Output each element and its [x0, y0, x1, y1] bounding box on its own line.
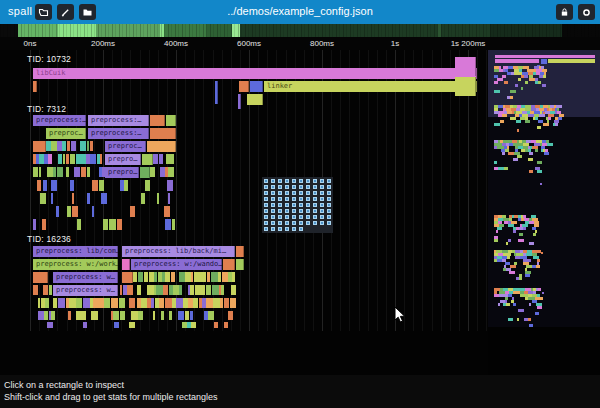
event-dot[interactable]: [264, 185, 268, 189]
flame-bar[interactable]: [145, 180, 150, 191]
event-dot[interactable]: [299, 191, 303, 195]
event-dot[interactable]: [292, 227, 296, 231]
event-dot[interactable]: [264, 227, 268, 231]
settings-button[interactable]: [578, 4, 595, 20]
flame-bar[interactable]: [42, 219, 46, 230]
flame-bar[interactable]: [104, 298, 110, 308]
flame-bar[interactable]: [92, 180, 98, 191]
flame-bar[interactable]: [232, 272, 235, 282]
event-dot[interactable]: [271, 179, 275, 183]
event-dot[interactable]: [285, 179, 289, 183]
event-dot[interactable]: [306, 221, 310, 225]
activity-overview-strip[interactable]: [0, 24, 600, 37]
flame-bar[interactable]: [33, 285, 38, 295]
flame-bar[interactable]: [48, 154, 53, 164]
event-dot[interactable]: [285, 209, 289, 213]
flame-bar[interactable]: [172, 219, 175, 230]
event-dot[interactable]: [320, 191, 324, 195]
event-dot[interactable]: [271, 215, 275, 219]
flame-bar[interactable]: [49, 285, 52, 295]
event-dot[interactable]: [327, 179, 331, 183]
event-dot[interactable]: [320, 179, 324, 183]
flame-bar[interactable]: [150, 115, 165, 126]
flame-bar[interactable]: [103, 219, 108, 230]
flame-bar[interactable]: [51, 180, 58, 191]
event-dot[interactable]: [271, 197, 275, 201]
flame-bar[interactable]: [200, 272, 206, 282]
flame-bar[interactable]: preprocess: lib/com…: [33, 246, 118, 257]
flame-bar[interactable]: [141, 193, 144, 204]
flame-bar[interactable]: [58, 154, 62, 164]
flame-bar[interactable]: [165, 219, 171, 230]
flame-bar[interactable]: [157, 193, 159, 204]
event-dot[interactable]: [271, 227, 275, 231]
flame-bar[interactable]: [100, 154, 102, 164]
flame-bar[interactable]: [43, 285, 48, 295]
event-dot[interactable]: [299, 203, 303, 207]
event-dot[interactable]: [313, 197, 317, 201]
event-dot[interactable]: [320, 221, 324, 225]
event-dot[interactable]: [264, 221, 268, 225]
event-dot[interactable]: [292, 185, 296, 189]
flame-bar[interactable]: [221, 285, 224, 295]
event-dot[interactable]: [271, 185, 275, 189]
event-dot[interactable]: [285, 197, 289, 201]
event-dot[interactable]: [327, 221, 331, 225]
flame-bar[interactable]: [99, 180, 104, 191]
flame-bar[interactable]: [178, 311, 185, 320]
event-dot[interactable]: [306, 185, 310, 189]
flame-bar[interactable]: [72, 206, 78, 217]
flame-bar[interactable]: preprocess: w…: [53, 272, 118, 283]
flame-bar[interactable]: [102, 167, 108, 177]
flame-bar[interactable]: [236, 246, 244, 257]
event-dot[interactable]: [264, 197, 268, 201]
event-dot[interactable]: [271, 191, 275, 195]
flame-bar[interactable]: [33, 272, 48, 283]
flame-bar[interactable]: preproc…: [105, 141, 146, 152]
flame-bar[interactable]: [455, 77, 476, 96]
flame-bar[interactable]: [214, 322, 218, 328]
event-dot[interactable]: [292, 203, 296, 207]
event-dot[interactable]: [313, 215, 317, 219]
flame-bar[interactable]: [247, 94, 263, 105]
flame-bar[interactable]: [153, 154, 158, 164]
flame-bar[interactable]: preproc…: [46, 128, 86, 139]
flame-bar[interactable]: [122, 259, 130, 270]
flame-bar[interactable]: linker: [264, 81, 477, 92]
flame-bar[interactable]: [91, 311, 97, 320]
flame-bar[interactable]: preprocess:…: [88, 115, 149, 126]
event-dot[interactable]: [327, 203, 331, 207]
event-dot[interactable]: [271, 209, 275, 213]
flame-bar[interactable]: [163, 285, 168, 295]
flame-bar[interactable]: [144, 272, 148, 282]
flame-bar[interactable]: [92, 206, 95, 217]
event-dot[interactable]: [306, 215, 310, 219]
event-dot[interactable]: [299, 215, 303, 219]
flame-bar[interactable]: [169, 311, 172, 320]
flame-bar[interactable]: [147, 141, 176, 152]
flame-bar[interactable]: preprocess: w…: [53, 285, 118, 296]
flame-bar[interactable]: [190, 285, 194, 295]
flame-bar[interactable]: [231, 285, 237, 295]
flame-bar[interactable]: [90, 141, 93, 151]
event-dot[interactable]: [271, 221, 275, 225]
flame-bar[interactable]: [66, 154, 69, 164]
event-dot[interactable]: [278, 203, 282, 207]
event-dot[interactable]: [299, 185, 303, 189]
flame-bar[interactable]: [137, 285, 141, 295]
flame-bar[interactable]: [122, 272, 133, 283]
event-dot[interactable]: [299, 221, 303, 225]
event-dot[interactable]: [285, 215, 289, 219]
flame-bar[interactable]: libCuik: [33, 68, 477, 79]
flame-bar[interactable]: [156, 285, 163, 295]
flame-bar[interactable]: [250, 81, 263, 92]
flame-bar[interactable]: [119, 298, 126, 308]
flame-bar[interactable]: [38, 298, 40, 308]
flame-bar[interactable]: [109, 219, 116, 230]
flame-bar[interactable]: [33, 81, 37, 92]
flame-bar[interactable]: [47, 322, 53, 328]
flame-bar[interactable]: [193, 298, 199, 308]
flame-bar[interactable]: [43, 180, 47, 191]
flame-bar[interactable]: [223, 259, 235, 270]
event-dot[interactable]: [327, 197, 331, 201]
